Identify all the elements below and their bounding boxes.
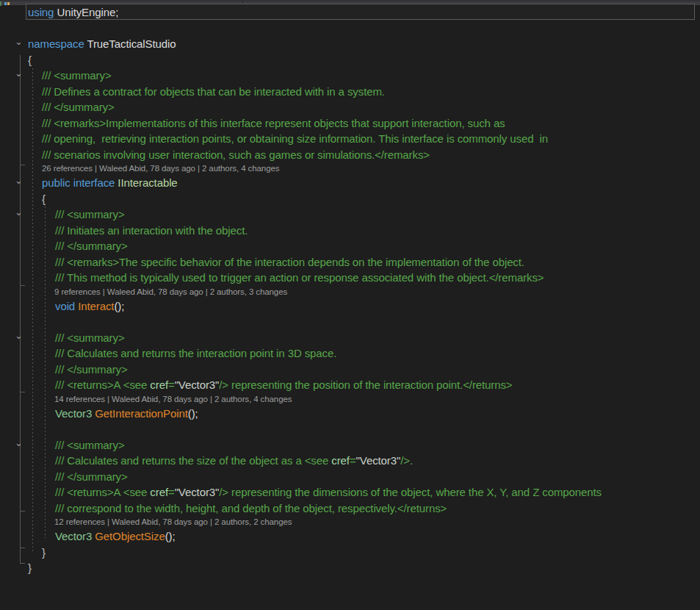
code-line[interactable]: /// <returns>A <see cref="Vector3"/> rep…	[0, 484, 700, 500]
code-token: /// <summary>	[55, 439, 125, 451]
code-token: IInteractable	[118, 176, 177, 189]
code-token: =	[168, 378, 175, 391]
code-line[interactable]: Vector3 GetInteractionPoint();	[0, 406, 700, 422]
code-token: /// Initiates an interaction with the ob…	[55, 224, 248, 237]
codelens-text[interactable]: 14 references | Waleed Abid, 78 days ago…	[54, 395, 292, 403]
codelens-line[interactable]: 26 references | Waleed Abid, 78 days ago…	[0, 162, 700, 175]
code-token: public interface	[42, 176, 118, 189]
code-token: cref	[150, 486, 168, 498]
code-token: /// </summary>	[42, 101, 115, 113]
code-line[interactable]: ⌄namespace TrueTacticalStudio	[0, 36, 700, 52]
code-line[interactable]: }	[0, 545, 700, 561]
code-token: {	[42, 193, 46, 205]
code-token: "Vector3"	[175, 378, 220, 391]
code-token: void	[55, 300, 78, 312]
code-token: /// <summary>	[42, 69, 112, 82]
blank-line	[0, 21, 700, 37]
code-token: /// <returns>A <see	[55, 378, 150, 391]
code-area[interactable]: using UnityEngine;⌄namespace TrueTactica…	[0, 4, 700, 576]
blank-line	[0, 421, 700, 437]
code-line[interactable]: /// opening, retrieving interaction poin…	[0, 131, 700, 147]
code-line[interactable]: }	[0, 560, 700, 576]
code-token: /// Calculates and returns the size of t…	[55, 454, 331, 467]
fold-chevron-icon[interactable]: ⌄	[15, 34, 23, 50]
code-token: =	[168, 486, 175, 498]
code-token: /// </summary>	[55, 240, 128, 252]
code-token: cref	[331, 454, 350, 467]
code-token: /// correspond to the width, height, and…	[55, 502, 447, 514]
codelens-line[interactable]: 9 references | Waleed Abid, 78 days ago …	[0, 286, 700, 298]
fold-chevron-icon[interactable]: ⌄	[15, 204, 23, 220]
code-token: /// <summary>	[55, 331, 125, 344]
codelens-line[interactable]: 12 references | Waleed Abid, 78 days ago…	[0, 516, 700, 528]
codelens-text[interactable]: 26 references | Waleed Abid, 78 days ago…	[42, 164, 279, 173]
code-token: /// scenarios involving user interaction…	[42, 148, 430, 161]
code-token: /// </summary>	[55, 470, 128, 483]
code-line[interactable]: ⌄/// <summary>	[0, 207, 700, 223]
code-line[interactable]: /// Calculates and returns the size of t…	[0, 453, 700, 469]
code-token: using	[28, 6, 57, 18]
code-line[interactable]: /// </summary>	[0, 99, 700, 115]
code-token: Interact	[78, 300, 114, 312]
code-token: /// Calculates and returns the interacti…	[55, 347, 336, 359]
code-token: />.	[400, 454, 413, 467]
code-token: /// This method is typically used to tri…	[55, 271, 544, 284]
fold-chevron-icon[interactable]: ⌄	[15, 173, 23, 189]
fold-chevron-icon[interactable]: ⌄	[15, 328, 23, 344]
code-token: =	[350, 454, 356, 467]
code-token: /// <returns>A <see	[55, 486, 150, 498]
code-line[interactable]: void Interact();	[0, 298, 700, 315]
code-token: /// <summary>	[55, 208, 125, 220]
blank-line	[0, 314, 700, 330]
fold-chevron-icon[interactable]: ⌄	[15, 435, 23, 451]
code-line[interactable]: /// scenarios involving user interaction…	[0, 147, 700, 163]
code-editor-window: using UnityEngine;⌄namespace TrueTactica…	[0, 0, 700, 610]
code-line[interactable]: using UnityEngine;	[0, 4, 700, 21]
code-line[interactable]: /// </summary>	[0, 362, 700, 378]
code-token: /> representing the position of the inte…	[219, 378, 512, 391]
code-token: ();	[114, 300, 124, 312]
code-token: {	[28, 54, 32, 66]
code-token: }	[28, 561, 32, 574]
code-token: namespace	[28, 37, 87, 50]
code-line[interactable]: Vector3 GetObjectSize();	[0, 528, 700, 545]
code-token: ();	[165, 530, 176, 542]
code-token: UnityEngine;	[57, 6, 118, 18]
code-token: "Vector3"	[356, 454, 401, 467]
code-line[interactable]: /// Initiates an interaction with the ob…	[0, 223, 700, 239]
code-line[interactable]: /// This method is typically used to tri…	[0, 270, 700, 286]
code-token: GetInteractionPoint	[95, 407, 188, 420]
code-token: GetObjectSize	[95, 530, 165, 542]
code-token: ();	[188, 407, 198, 420]
code-line[interactable]: /// <remarks>Implementations of this int…	[0, 115, 700, 132]
code-line[interactable]: ⌄/// <summary>	[0, 437, 700, 453]
code-line[interactable]: ⌄/// <summary>	[0, 330, 700, 346]
code-line[interactable]: ⌄public interface IInteractable	[0, 175, 700, 191]
code-line[interactable]: ⌄/// <summary>	[0, 68, 700, 84]
code-token: /// </summary>	[55, 363, 128, 376]
code-line[interactable]: {	[0, 52, 700, 68]
code-token: /// <remarks>The specific behavior of th…	[55, 256, 524, 268]
code-line[interactable]: /// Defines a contract for objects that …	[0, 84, 700, 100]
code-token: TrueTacticalStudio	[87, 37, 176, 50]
code-line[interactable]: {	[0, 191, 700, 207]
code-line[interactable]: /// Calculates and returns the interacti…	[0, 345, 700, 362]
code-line[interactable]: /// <returns>A <see cref="Vector3"/> rep…	[0, 377, 700, 393]
codelens-text[interactable]: 12 references | Waleed Abid, 78 days ago…	[54, 517, 292, 526]
codelens-line[interactable]: 14 references | Waleed Abid, 78 days ago…	[0, 393, 700, 406]
code-token: /// Defines a contract for objects that …	[42, 85, 385, 98]
code-line[interactable]: /// </summary>	[0, 469, 700, 485]
code-token: Vector3	[55, 407, 95, 420]
code-token: /> representing the dimensions of the ob…	[219, 486, 602, 498]
code-token: /// opening, retrieving interaction poin…	[42, 132, 548, 145]
code-line[interactable]: /// <remarks>The specific behavior of th…	[0, 254, 700, 270]
code-line[interactable]: /// correspond to the width, height, and…	[0, 500, 700, 517]
code-token: }	[42, 546, 46, 559]
fold-chevron-icon[interactable]: ⌄	[15, 65, 23, 82]
code-line[interactable]: /// </summary>	[0, 238, 700, 254]
codelens-text[interactable]: 9 references | Waleed Abid, 78 days ago …	[54, 287, 287, 296]
code-token: /// <remarks>Implementations of this int…	[42, 117, 505, 129]
code-token: Vector3	[55, 530, 95, 542]
code-token: cref	[150, 378, 168, 391]
code-token: "Vector3"	[175, 486, 220, 498]
